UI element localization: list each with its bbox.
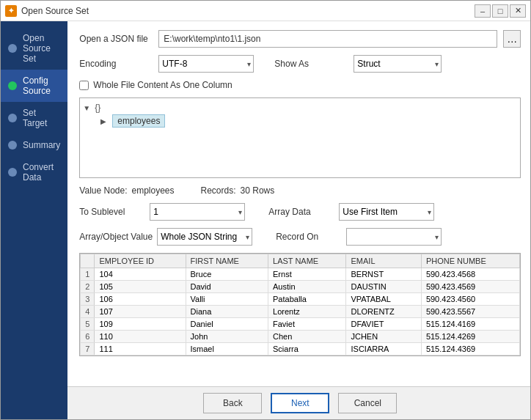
next-button[interactable]: Next <box>271 393 329 413</box>
main-window: ✦ Open Source Set – □ ✕ Open Source Set … <box>0 0 531 420</box>
sidebar-dot-convert-data <box>8 168 17 177</box>
record-on-label: Record On <box>276 232 342 242</box>
table-cell-num: 2 <box>81 281 95 293</box>
sidebar-dot-summary <box>8 141 17 150</box>
sidebar-dot-config-source <box>8 81 17 90</box>
table-cell: 105 <box>95 281 186 293</box>
record-on-select-wrapper <box>346 228 442 246</box>
records-value: 30 Rows <box>241 185 275 196</box>
content-panel: Open a JSON file … Encoding UTF-8 UTF-16… <box>67 21 530 419</box>
table-header-first-name: FIRST NAME <box>186 254 268 268</box>
tree-child-node: ▶ employees <box>100 114 517 128</box>
tree-expand-arrow[interactable]: ▼ <box>83 104 92 112</box>
table-scroll[interactable]: EMPLOYEE ID FIRST NAME LAST NAME EMAIL P… <box>80 254 520 355</box>
show-as-label: Show As <box>274 59 348 69</box>
whole-file-row: Whole File Content As One Column <box>79 80 521 90</box>
sidebar-item-convert-data[interactable]: Convert Data <box>1 156 67 188</box>
table-cell: John <box>186 331 268 343</box>
table-cell: 106 <box>95 293 186 306</box>
tree-area[interactable]: ▼ {} ▶ employees <box>79 97 521 178</box>
sidebar-label-summary: Summary <box>23 140 60 150</box>
close-button[interactable]: ✕ <box>510 4 526 18</box>
array-data-select[interactable]: Use First ItemExpand RowsConcatenate <box>339 203 434 221</box>
sidebar-label-open-source-set: Open Source Set <box>23 33 60 64</box>
value-node-value: employees <box>132 185 175 196</box>
array-data-label: Array Data <box>268 207 334 217</box>
encoding-select[interactable]: UTF-8 UTF-16 ASCII ISO-8859-1 <box>158 55 254 73</box>
sidebar-label-config-source: Config Source <box>23 75 60 96</box>
sublevel-select[interactable]: 12345 <box>150 203 245 221</box>
table-cell: Pataballa <box>268 293 346 306</box>
tree-root-brace: {} <box>95 103 100 113</box>
whole-file-checkbox[interactable] <box>79 81 89 90</box>
sidebar-item-open-source-set[interactable]: Open Source Set <box>1 27 67 70</box>
record-on-select[interactable] <box>346 228 442 246</box>
table-cell: VPATABAL <box>346 293 421 306</box>
record-on-group: Record On <box>276 228 442 246</box>
table-row: 7111IsmaelSciarraISCIARRA515.124.4369 <box>81 343 520 355</box>
maximize-button[interactable]: □ <box>492 4 508 18</box>
table-cell: Valli <box>186 293 268 306</box>
table-cell-num: 3 <box>81 293 95 306</box>
file-path-input[interactable] <box>158 30 497 48</box>
open-json-label: Open a JSON file <box>79 34 153 44</box>
table-cell: DLORENTZ <box>346 306 421 318</box>
array-object-label: Array/Object Value <box>79 232 153 242</box>
sidebar-item-set-target[interactable]: Set Target <box>1 102 67 134</box>
table-row: 5109DanielFavietDFAVIET515.124.4169 <box>81 318 520 331</box>
title-bar-left: ✦ Open Source Set <box>5 5 89 17</box>
table-cell: Austin <box>268 281 346 293</box>
tree-child-label[interactable]: employees <box>112 114 165 128</box>
title-bar: ✦ Open Source Set – □ ✕ <box>1 1 530 21</box>
app-icon: ✦ <box>5 5 17 17</box>
sidebar-dot-open-source-set <box>8 44 17 53</box>
table-row: 2105DavidAustinDAUSTIN590.423.4569 <box>81 281 520 293</box>
content-inner: Open a JSON file … Encoding UTF-8 UTF-16… <box>67 21 530 386</box>
sidebar-dot-set-target <box>8 114 17 122</box>
table-row: 4107DianaLorentzDLORENTZ590.423.5567 <box>81 306 520 318</box>
table-header-phone: PHONE NUMBE <box>421 254 519 268</box>
sublevel-label: To Sublevel <box>79 207 145 217</box>
table-cell: 590.423.4560 <box>421 293 519 306</box>
table-cell: 515.124.4169 <box>421 318 519 331</box>
sidebar-item-summary[interactable]: Summary <box>1 134 67 156</box>
table-cell-num: 1 <box>81 268 95 281</box>
table-cell: Chen <box>268 331 346 343</box>
value-node-row: Value Node: employees Records: 30 Rows <box>79 185 521 196</box>
data-table: EMPLOYEE ID FIRST NAME LAST NAME EMAIL P… <box>80 254 520 355</box>
sublevel-group: To Sublevel 12345 <box>79 203 245 221</box>
table-cell: 590.423.4569 <box>421 281 519 293</box>
table-cell: 590.423.4568 <box>421 268 519 281</box>
sublevel-row: To Sublevel 12345 Array Data Use First I… <box>79 203 521 221</box>
encoding-label: Encoding <box>79 59 153 69</box>
table-cell: 110 <box>95 331 186 343</box>
show-as-select[interactable]: Struct Array String <box>354 55 442 73</box>
records-label: Records: <box>201 185 236 196</box>
cancel-button[interactable]: Cancel <box>338 393 397 413</box>
table-row: 1104BruceErnstBERNST590.423.4568 <box>81 268 520 281</box>
array-object-select[interactable]: Whole JSON StringKey=ValueJSON Object <box>157 228 252 246</box>
whole-file-label[interactable]: Whole File Content As One Column <box>93 80 232 90</box>
table-cell: ISCIARRA <box>346 343 421 355</box>
table-cell: Faviet <box>268 318 346 331</box>
table-cell: Lorentz <box>268 306 346 318</box>
sidebar-item-config-source[interactable]: Config Source <box>1 70 67 102</box>
minimize-button[interactable]: – <box>475 4 491 18</box>
data-table-container: EMPLOYEE ID FIRST NAME LAST NAME EMAIL P… <box>79 253 521 356</box>
file-row: Open a JSON file … <box>79 30 521 48</box>
table-row: 3106ValliPataballaVPATABAL590.423.4560 <box>81 293 520 306</box>
table-cell-num: 6 <box>81 331 95 343</box>
table-cell: Bruce <box>186 268 268 281</box>
table-cell: 111 <box>95 343 186 355</box>
table-cell: Ismael <box>186 343 268 355</box>
table-cell: 515.124.4269 <box>421 331 519 343</box>
table-cell: DAUSTIN <box>346 281 421 293</box>
value-node-label: Value Node: <box>79 185 127 196</box>
tree-child-arrow[interactable]: ▶ <box>100 117 109 125</box>
sublevel-select-wrapper: 12345 <box>150 203 245 221</box>
table-cell: 104 <box>95 268 186 281</box>
table-header-last-name: LAST NAME <box>268 254 346 268</box>
back-button[interactable]: Back <box>203 393 262 413</box>
table-cell: 109 <box>95 318 186 331</box>
browse-button[interactable]: … <box>503 30 521 48</box>
